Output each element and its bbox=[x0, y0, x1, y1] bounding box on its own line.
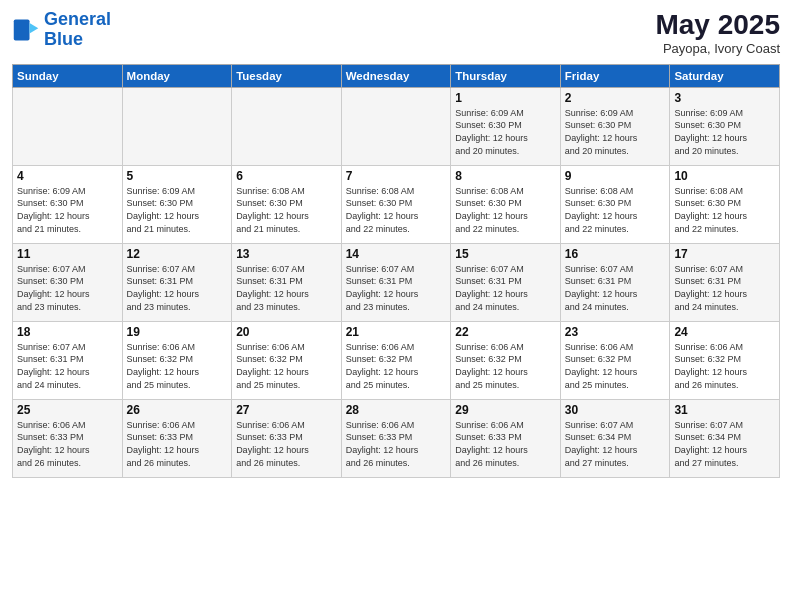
day-number: 5 bbox=[127, 169, 228, 183]
logo-icon bbox=[12, 16, 40, 44]
calendar-cell: 28Sunrise: 6:06 AM Sunset: 6:33 PM Dayli… bbox=[341, 399, 451, 477]
day-number: 23 bbox=[565, 325, 666, 339]
day-number: 31 bbox=[674, 403, 775, 417]
calendar-cell: 15Sunrise: 6:07 AM Sunset: 6:31 PM Dayli… bbox=[451, 243, 561, 321]
day-detail: Sunrise: 6:07 AM Sunset: 6:31 PM Dayligh… bbox=[236, 263, 337, 313]
month-year: May 2025 bbox=[655, 10, 780, 41]
day-detail: Sunrise: 6:08 AM Sunset: 6:30 PM Dayligh… bbox=[565, 185, 666, 235]
calendar-cell: 8Sunrise: 6:08 AM Sunset: 6:30 PM Daylig… bbox=[451, 165, 561, 243]
page-container: General Blue May 2025 Payopa, Ivory Coas… bbox=[0, 0, 792, 486]
calendar-cell bbox=[13, 87, 123, 165]
day-detail: Sunrise: 6:06 AM Sunset: 6:33 PM Dayligh… bbox=[455, 419, 556, 469]
day-detail: Sunrise: 6:07 AM Sunset: 6:31 PM Dayligh… bbox=[127, 263, 228, 313]
day-number: 17 bbox=[674, 247, 775, 261]
calendar-cell bbox=[122, 87, 232, 165]
day-number: 30 bbox=[565, 403, 666, 417]
calendar-body: 1Sunrise: 6:09 AM Sunset: 6:30 PM Daylig… bbox=[13, 87, 780, 477]
day-detail: Sunrise: 6:08 AM Sunset: 6:30 PM Dayligh… bbox=[674, 185, 775, 235]
calendar-cell: 12Sunrise: 6:07 AM Sunset: 6:31 PM Dayli… bbox=[122, 243, 232, 321]
day-number: 8 bbox=[455, 169, 556, 183]
calendar-cell: 7Sunrise: 6:08 AM Sunset: 6:30 PM Daylig… bbox=[341, 165, 451, 243]
day-detail: Sunrise: 6:08 AM Sunset: 6:30 PM Dayligh… bbox=[236, 185, 337, 235]
day-detail: Sunrise: 6:06 AM Sunset: 6:33 PM Dayligh… bbox=[127, 419, 228, 469]
calendar-cell: 14Sunrise: 6:07 AM Sunset: 6:31 PM Dayli… bbox=[341, 243, 451, 321]
weekday-header-row: SundayMondayTuesdayWednesdayThursdayFrid… bbox=[13, 64, 780, 87]
weekday-header-sunday: Sunday bbox=[13, 64, 123, 87]
calendar-cell: 22Sunrise: 6:06 AM Sunset: 6:32 PM Dayli… bbox=[451, 321, 561, 399]
day-detail: Sunrise: 6:06 AM Sunset: 6:32 PM Dayligh… bbox=[565, 341, 666, 391]
day-detail: Sunrise: 6:07 AM Sunset: 6:31 PM Dayligh… bbox=[346, 263, 447, 313]
day-detail: Sunrise: 6:09 AM Sunset: 6:30 PM Dayligh… bbox=[565, 107, 666, 157]
calendar-cell: 20Sunrise: 6:06 AM Sunset: 6:32 PM Dayli… bbox=[232, 321, 342, 399]
svg-rect-0 bbox=[14, 19, 30, 40]
day-number: 21 bbox=[346, 325, 447, 339]
logo: General Blue bbox=[12, 10, 111, 50]
weekday-header-tuesday: Tuesday bbox=[232, 64, 342, 87]
day-number: 7 bbox=[346, 169, 447, 183]
calendar-cell: 26Sunrise: 6:06 AM Sunset: 6:33 PM Dayli… bbox=[122, 399, 232, 477]
day-detail: Sunrise: 6:08 AM Sunset: 6:30 PM Dayligh… bbox=[346, 185, 447, 235]
day-detail: Sunrise: 6:07 AM Sunset: 6:30 PM Dayligh… bbox=[17, 263, 118, 313]
calendar-cell: 6Sunrise: 6:08 AM Sunset: 6:30 PM Daylig… bbox=[232, 165, 342, 243]
day-number: 1 bbox=[455, 91, 556, 105]
calendar-cell bbox=[341, 87, 451, 165]
day-number: 29 bbox=[455, 403, 556, 417]
day-detail: Sunrise: 6:09 AM Sunset: 6:30 PM Dayligh… bbox=[17, 185, 118, 235]
day-number: 28 bbox=[346, 403, 447, 417]
week-row-3: 11Sunrise: 6:07 AM Sunset: 6:30 PM Dayli… bbox=[13, 243, 780, 321]
day-detail: Sunrise: 6:07 AM Sunset: 6:31 PM Dayligh… bbox=[455, 263, 556, 313]
calendar-cell: 18Sunrise: 6:07 AM Sunset: 6:31 PM Dayli… bbox=[13, 321, 123, 399]
day-detail: Sunrise: 6:07 AM Sunset: 6:34 PM Dayligh… bbox=[674, 419, 775, 469]
day-number: 19 bbox=[127, 325, 228, 339]
day-detail: Sunrise: 6:06 AM Sunset: 6:33 PM Dayligh… bbox=[346, 419, 447, 469]
day-number: 13 bbox=[236, 247, 337, 261]
calendar-cell: 31Sunrise: 6:07 AM Sunset: 6:34 PM Dayli… bbox=[670, 399, 780, 477]
week-row-5: 25Sunrise: 6:06 AM Sunset: 6:33 PM Dayli… bbox=[13, 399, 780, 477]
day-detail: Sunrise: 6:06 AM Sunset: 6:32 PM Dayligh… bbox=[455, 341, 556, 391]
calendar-cell: 21Sunrise: 6:06 AM Sunset: 6:32 PM Dayli… bbox=[341, 321, 451, 399]
day-detail: Sunrise: 6:06 AM Sunset: 6:33 PM Dayligh… bbox=[236, 419, 337, 469]
week-row-1: 1Sunrise: 6:09 AM Sunset: 6:30 PM Daylig… bbox=[13, 87, 780, 165]
day-number: 2 bbox=[565, 91, 666, 105]
calendar-cell: 24Sunrise: 6:06 AM Sunset: 6:32 PM Dayli… bbox=[670, 321, 780, 399]
weekday-header-thursday: Thursday bbox=[451, 64, 561, 87]
day-detail: Sunrise: 6:09 AM Sunset: 6:30 PM Dayligh… bbox=[455, 107, 556, 157]
week-row-4: 18Sunrise: 6:07 AM Sunset: 6:31 PM Dayli… bbox=[13, 321, 780, 399]
day-number: 9 bbox=[565, 169, 666, 183]
weekday-header-wednesday: Wednesday bbox=[341, 64, 451, 87]
calendar-cell: 2Sunrise: 6:09 AM Sunset: 6:30 PM Daylig… bbox=[560, 87, 670, 165]
logo-line2: Blue bbox=[44, 29, 83, 49]
calendar-cell: 3Sunrise: 6:09 AM Sunset: 6:30 PM Daylig… bbox=[670, 87, 780, 165]
day-number: 16 bbox=[565, 247, 666, 261]
day-detail: Sunrise: 6:09 AM Sunset: 6:30 PM Dayligh… bbox=[127, 185, 228, 235]
calendar-cell: 29Sunrise: 6:06 AM Sunset: 6:33 PM Dayli… bbox=[451, 399, 561, 477]
day-number: 25 bbox=[17, 403, 118, 417]
svg-marker-1 bbox=[30, 23, 39, 34]
weekday-header-saturday: Saturday bbox=[670, 64, 780, 87]
day-number: 14 bbox=[346, 247, 447, 261]
calendar-cell: 23Sunrise: 6:06 AM Sunset: 6:32 PM Dayli… bbox=[560, 321, 670, 399]
day-number: 15 bbox=[455, 247, 556, 261]
day-detail: Sunrise: 6:07 AM Sunset: 6:31 PM Dayligh… bbox=[565, 263, 666, 313]
calendar-cell: 25Sunrise: 6:06 AM Sunset: 6:33 PM Dayli… bbox=[13, 399, 123, 477]
day-detail: Sunrise: 6:07 AM Sunset: 6:34 PM Dayligh… bbox=[565, 419, 666, 469]
day-number: 10 bbox=[674, 169, 775, 183]
day-number: 12 bbox=[127, 247, 228, 261]
day-number: 11 bbox=[17, 247, 118, 261]
day-number: 27 bbox=[236, 403, 337, 417]
day-detail: Sunrise: 6:07 AM Sunset: 6:31 PM Dayligh… bbox=[674, 263, 775, 313]
day-detail: Sunrise: 6:06 AM Sunset: 6:33 PM Dayligh… bbox=[17, 419, 118, 469]
header: General Blue May 2025 Payopa, Ivory Coas… bbox=[12, 10, 780, 56]
day-number: 3 bbox=[674, 91, 775, 105]
day-detail: Sunrise: 6:06 AM Sunset: 6:32 PM Dayligh… bbox=[127, 341, 228, 391]
calendar-cell: 16Sunrise: 6:07 AM Sunset: 6:31 PM Dayli… bbox=[560, 243, 670, 321]
day-number: 20 bbox=[236, 325, 337, 339]
logo-text: General Blue bbox=[44, 10, 111, 50]
weekday-header-monday: Monday bbox=[122, 64, 232, 87]
day-detail: Sunrise: 6:06 AM Sunset: 6:32 PM Dayligh… bbox=[236, 341, 337, 391]
week-row-2: 4Sunrise: 6:09 AM Sunset: 6:30 PM Daylig… bbox=[13, 165, 780, 243]
day-number: 4 bbox=[17, 169, 118, 183]
weekday-header-friday: Friday bbox=[560, 64, 670, 87]
day-detail: Sunrise: 6:06 AM Sunset: 6:32 PM Dayligh… bbox=[346, 341, 447, 391]
calendar-cell: 27Sunrise: 6:06 AM Sunset: 6:33 PM Dayli… bbox=[232, 399, 342, 477]
